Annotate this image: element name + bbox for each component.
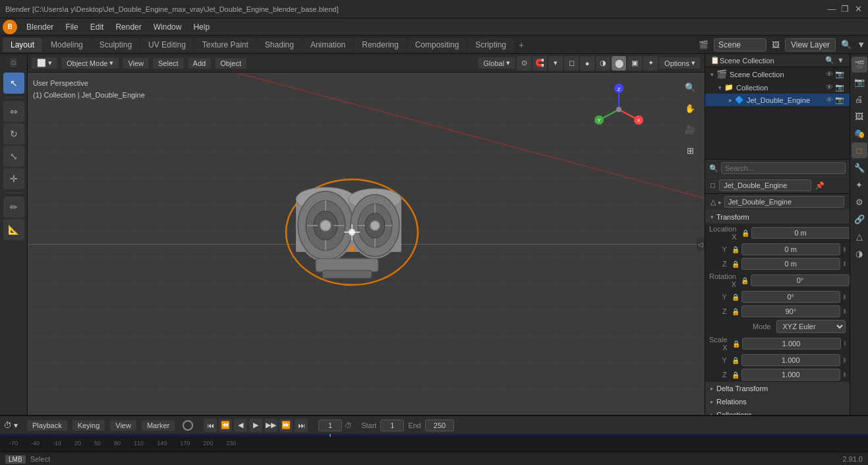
scale-lock2[interactable]: 🔒 [732,357,739,364]
properties-search-input[interactable] [721,162,846,174]
outliner-collection[interactable]: ▾ 📁 Collection 👁 📷 [705,81,850,94]
tab-rendering[interactable]: Rendering [354,38,406,52]
overlay-button[interactable]: ▣ [627,56,642,71]
object-name-input[interactable] [719,179,811,191]
play-button[interactable]: ▶ [249,419,262,432]
menu-help[interactable]: Help [188,21,215,33]
tab-texture-paint[interactable]: Texture Paint [194,38,256,52]
object-props-icon[interactable]: □ [852,142,867,158]
timeline-track[interactable]: -70 -40 -10 20 50 80 110 140 170 200 230 [0,434,868,452]
hand-tool-button[interactable]: ✋ [681,99,699,117]
search-icon[interactable]: 🔍 [841,40,852,49]
jet-engine-object[interactable] [279,173,424,292]
delta-transform-header[interactable]: ▸ Delta Transform [705,382,850,395]
menu-blender[interactable]: Blender [21,21,59,33]
menu-render[interactable]: Render [110,21,146,33]
object-data-icon[interactable]: △ [852,228,867,244]
current-frame-input[interactable] [318,419,342,431]
object-constraints-icon[interactable]: 🔗 [852,211,867,227]
frame-rate-icon[interactable]: ⏱ [345,421,352,429]
render-props-icon[interactable]: 📷 [852,74,867,90]
add-workspace-button[interactable]: + [515,40,528,50]
modifiers-icon[interactable]: 🔧 [852,160,867,175]
annotate-tool-button[interactable]: ✏ [3,197,24,218]
restrict-render-icon[interactable]: 📷 [835,70,844,78]
object-menu-button[interactable]: Object [215,58,246,69]
scene-input[interactable] [714,38,767,51]
transform-section-header[interactable]: ▾ Transform [705,210,850,224]
next-keyframe-button[interactable]: ⏩ [279,419,293,432]
particles-icon[interactable]: ✦ [852,177,867,193]
scene-props-icon[interactable]: 🎬 [852,57,867,73]
options-button[interactable]: Options ▾ [659,57,701,69]
close-button[interactable]: ✕ [854,5,863,14]
keying-menu-button[interactable]: Keying [72,420,105,431]
rotation-lock3[interactable]: 🔒 [732,308,739,315]
orthographic-button[interactable]: ⊞ [681,141,699,160]
snap-button[interactable]: 🧲 [533,56,547,71]
collection-render-icon[interactable]: 📷 [835,83,844,92]
3d-viewport[interactable]: User Perspective (1) Collection | Jet_Do… [28,73,705,415]
rotation-y-input[interactable] [741,291,840,303]
tab-compositing[interactable]: Compositing [407,38,467,52]
tab-shading[interactable]: Shading [257,38,302,52]
scale-x-input[interactable] [742,338,841,350]
maximize-button[interactable]: ❐ [840,5,850,14]
measure-tool-button[interactable]: 📐 [3,219,24,240]
location-lock2[interactable]: 🔒 [732,246,739,253]
tab-uv-editing[interactable]: UV Editing [140,38,194,52]
tab-layout[interactable]: Layout [3,38,42,52]
step-back-button[interactable]: ◀ [234,419,247,432]
zoom-to-fit-button[interactable]: 🔍 [681,78,699,96]
location-lock1[interactable]: 🔒 [741,230,749,237]
outliner-filter-icon[interactable]: ▼ [837,56,844,65]
pin-icon[interactable]: 📌 [815,181,825,190]
marker-menu-button[interactable]: Marker [142,420,175,431]
filter-icon[interactable]: ▼ [857,40,865,49]
object-mode-button[interactable]: □ [10,58,17,67]
object-mode-selector[interactable]: Object Mode ▾ [61,57,119,69]
scale-lock1[interactable]: 🔒 [732,340,740,348]
material-preview-button[interactable]: ◑ [596,56,610,71]
menu-edit[interactable]: Edit [85,21,109,33]
view-menu-button[interactable]: View [123,58,149,69]
timeline-editor-type[interactable]: ⏱ ▾ [4,421,18,430]
snap-options[interactable]: ▾ [548,56,563,71]
xray-button[interactable]: ✦ [643,56,658,71]
rotate-tool-button[interactable]: ↻ [3,123,24,144]
rotation-mode-select[interactable]: XYZ Euler XZY Euler YXZ Euler Quaternion… [776,320,846,333]
window-controls[interactable]: — ❐ ✕ [827,5,863,14]
prev-keyframe-button[interactable]: ⏪ [219,419,232,432]
restrict-viewport-icon[interactable]: 👁 [826,70,833,78]
view-menu-timeline-button[interactable]: View [110,420,136,431]
jump-end-button[interactable]: ⏭ [295,419,308,432]
rendered-button[interactable]: ⬤ [612,56,626,71]
rotation-lock2[interactable]: 🔒 [732,294,739,301]
location-x-input[interactable] [751,227,850,239]
global-transform-button[interactable]: Global ▾ [478,57,515,69]
relations-header[interactable]: ▸ Relations [705,395,850,408]
outliner-scene-collection[interactable]: ▾ 🎬 Scene Collection 👁 📷 [705,67,850,81]
scene-data-props-icon[interactable]: 🎭 [852,125,867,141]
step-forward-button[interactable]: ▶▶ [264,419,277,432]
scale-lock3[interactable]: 🔒 [732,371,739,379]
location-z-input[interactable] [741,258,840,270]
menu-window[interactable]: Window [148,21,187,33]
jump-start-button[interactable]: ⏮ [204,419,217,432]
start-frame-input[interactable] [380,419,404,431]
object-viewport-icon[interactable]: 👁 [826,96,833,104]
tab-modeling[interactable]: Modeling [43,38,91,52]
collection-viewport-icon[interactable]: 👁 [826,83,833,92]
n-panel-toggle[interactable]: ◁ [697,237,705,250]
material-icon[interactable]: ◑ [852,245,867,261]
playback-menu-button[interactable]: Playback [27,420,67,431]
output-props-icon[interactable]: 🖨 [852,91,867,107]
object-render-icon[interactable]: 📷 [835,96,844,104]
object-data-input[interactable] [724,196,844,208]
physics-icon[interactable]: ⚙ [852,194,867,210]
collections-header[interactable]: ▸ Collections [705,408,850,415]
rotation-z-input[interactable] [741,305,840,317]
viewport-gizmo[interactable]: Z X Y [593,83,645,136]
outliner-jet-engine-item[interactable]: ▸ 🔷 Jet_Double_Engine 👁 📷 [705,94,850,106]
menu-file[interactable]: File [60,21,83,33]
